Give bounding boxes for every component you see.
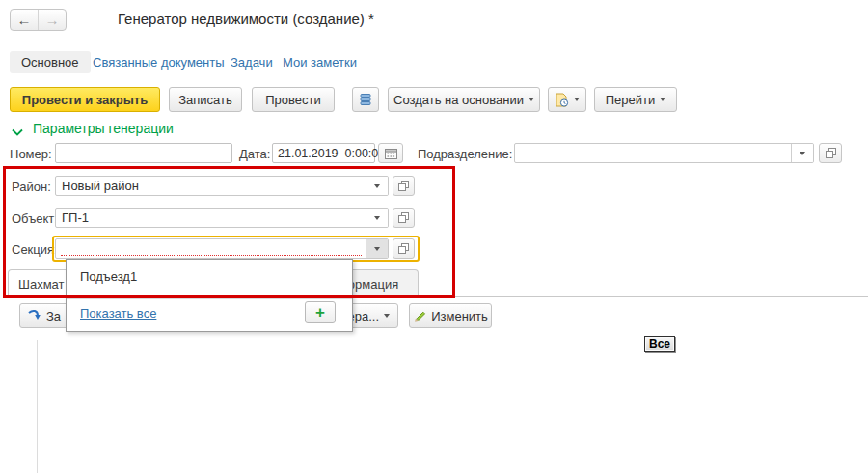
- section-header-generation-params[interactable]: Параметры генерации: [33, 121, 174, 136]
- district-open-button[interactable]: [393, 176, 415, 196]
- number-label: Номер:: [10, 147, 52, 161]
- tab-main[interactable]: Основное: [10, 51, 91, 73]
- add-new-button[interactable]: +: [305, 301, 336, 323]
- forward-button[interactable]: →: [39, 10, 66, 30]
- document-clock-icon: [555, 93, 569, 107]
- edit-button[interactable]: Изменить: [409, 303, 492, 328]
- vse-badge-label: Все: [644, 336, 675, 352]
- create-based-on-label: Создать на основании: [393, 93, 524, 107]
- vse-badge: Все: [644, 336, 675, 352]
- chevron-down-icon: [800, 152, 805, 155]
- section-dropdown-popup: Подъезд1 Показать все +: [66, 259, 353, 332]
- calendar-button[interactable]: [378, 143, 403, 163]
- chevron-down-icon: [384, 314, 390, 318]
- collapse-chevron-icon[interactable]: [12, 125, 23, 139]
- building-dropdown-button[interactable]: [366, 209, 388, 227]
- number-input[interactable]: [56, 144, 231, 162]
- department-open-button[interactable]: [819, 143, 842, 163]
- tab-my-notes[interactable]: Мои заметки: [283, 55, 357, 70]
- grid-left-border: [37, 340, 38, 473]
- save-button[interactable]: Записать: [169, 87, 242, 112]
- section-field-label: Секция:: [12, 242, 58, 257]
- section-open-button[interactable]: [393, 238, 415, 259]
- building-open-button[interactable]: [393, 208, 415, 228]
- department-dropdown-button[interactable]: [791, 144, 813, 162]
- tab-additional-info-label: ормация: [348, 277, 398, 292]
- section-field[interactable]: [55, 238, 389, 259]
- post-and-close-button[interactable]: Провести и закрыть: [10, 87, 160, 112]
- app-window: ← → Генератор недвижимости (создание) * …: [0, 0, 868, 475]
- history-menu-button[interactable]: [548, 87, 586, 112]
- pencil-icon: [413, 309, 426, 322]
- date-label: Дата:: [239, 147, 270, 161]
- fill-label: За: [46, 309, 61, 323]
- tab-main-label: Основное: [21, 55, 79, 70]
- tab-tasks[interactable]: Задачи: [231, 55, 273, 70]
- page-title: Генератор недвижимости (создание) *: [118, 11, 374, 27]
- dropdown-item-podezd1[interactable]: Подъезд1: [80, 269, 137, 284]
- open-link-icon: [398, 181, 409, 191]
- open-link-icon: [398, 243, 409, 254]
- history-nav-group: ← →: [10, 9, 67, 31]
- district-value: Новый район: [62, 179, 139, 193]
- chevron-down-icon: [374, 184, 380, 188]
- fill-arrow-icon: [27, 309, 41, 322]
- post-label: Провести: [265, 93, 321, 107]
- back-button[interactable]: ←: [11, 10, 38, 30]
- calendar-icon: [385, 148, 397, 159]
- show-all-link[interactable]: Показать все: [80, 306, 156, 321]
- tab-chessboard-label: Шахмат: [18, 277, 64, 292]
- number-field[interactable]: [55, 143, 232, 163]
- department-field[interactable]: [514, 143, 814, 163]
- tab-related-documents[interactable]: Связанные документы: [93, 55, 225, 70]
- subordination-structure-button[interactable]: [352, 87, 379, 112]
- chevron-down-icon: [374, 216, 380, 220]
- building-field[interactable]: ГП-1: [55, 208, 389, 228]
- chevron-down-icon: [574, 98, 580, 101]
- edit-label: Изменить: [431, 309, 488, 323]
- open-link-icon: [826, 148, 836, 158]
- post-and-close-label: Провести и закрыть: [22, 93, 148, 107]
- plus-icon: +: [315, 304, 325, 321]
- section-dropdown-button[interactable]: [366, 239, 388, 258]
- department-input[interactable]: [521, 144, 785, 162]
- department-label: Подразделение:: [418, 147, 512, 161]
- save-label: Записать: [178, 93, 232, 107]
- forward-arrow-icon: →: [45, 12, 60, 28]
- go-to-button[interactable]: Перейти: [594, 87, 677, 112]
- district-field[interactable]: Новый район: [55, 176, 389, 196]
- create-based-on-button[interactable]: Создать на основании: [388, 87, 540, 112]
- date-value: 21.01.2019 0:00:00: [278, 147, 385, 160]
- district-label: Район:: [12, 180, 51, 194]
- building-label: Объект:: [12, 211, 58, 226]
- building-value: ГП-1: [62, 210, 89, 225]
- back-arrow-icon: ←: [17, 12, 32, 28]
- popup-divider: [67, 298, 352, 299]
- post-button[interactable]: Провести: [252, 87, 335, 112]
- stack-icon: [359, 93, 372, 106]
- open-link-icon: [398, 212, 409, 223]
- required-field-marker: [61, 255, 362, 256]
- date-field[interactable]: 21.01.2019 0:00:00: [272, 143, 375, 163]
- chevron-down-icon: [529, 98, 534, 101]
- go-to-label: Перейти: [606, 93, 656, 107]
- chevron-down-icon: [374, 247, 380, 251]
- district-dropdown-button[interactable]: [366, 177, 388, 195]
- chevron-down-icon: [660, 98, 665, 101]
